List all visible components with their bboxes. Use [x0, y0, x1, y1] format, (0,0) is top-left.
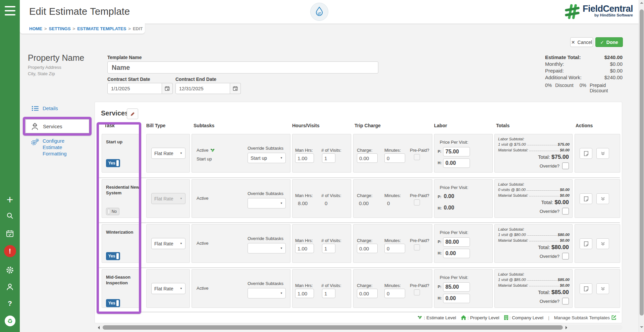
- task-toggle[interactable]: Yes: [106, 159, 120, 167]
- override-subtasks-label: Override Subtasks: [248, 236, 283, 241]
- breadcrumb-settings-link[interactable]: SETTINGS: [49, 26, 71, 31]
- services-edit-button[interactable]: [127, 108, 138, 119]
- override-checkbox[interactable]: [562, 162, 569, 169]
- vertical-scrollbar[interactable]: [639, 0, 644, 332]
- charge-input[interactable]: [357, 289, 378, 298]
- minutes-input[interactable]: [384, 153, 405, 163]
- search-icon[interactable]: [0, 210, 20, 222]
- property-name: Property Name: [28, 53, 84, 63]
- vertical-scrollbar-thumb[interactable]: [640, 9, 644, 316]
- override-checkbox[interactable]: [562, 253, 569, 259]
- note-button[interactable]: [580, 283, 592, 294]
- price-p-input[interactable]: [443, 147, 470, 156]
- bill-type-select[interactable]: Flat Rate▼: [151, 283, 185, 294]
- help-icon[interactable]: ?: [0, 297, 20, 310]
- visits-label: # of Visits:: [321, 193, 341, 198]
- note-icon: [583, 151, 589, 156]
- man-hrs-input[interactable]: [295, 153, 314, 163]
- prepaid-discount-pct: 0%: [580, 83, 586, 93]
- price-per-visit-label: Price Per Visit:: [440, 275, 468, 280]
- note-button[interactable]: [580, 148, 592, 159]
- legend-colon: :: [468, 315, 469, 320]
- note-button[interactable]: [580, 238, 592, 249]
- charge-input[interactable]: [357, 153, 378, 163]
- task-toggle[interactable]: Yes: [106, 299, 120, 307]
- visits-input[interactable]: [322, 289, 335, 298]
- override-checkbox[interactable]: [562, 298, 569, 304]
- x-icon: ✕: [571, 40, 575, 45]
- breadcrumb-home-link[interactable]: HOME: [29, 26, 42, 31]
- contract-end-calendar-button[interactable]: [230, 83, 241, 94]
- user-icon[interactable]: [0, 281, 20, 293]
- manage-subtask-templates-link[interactable]: Manage Subtask Templates: [554, 315, 616, 320]
- visits-input[interactable]: [322, 153, 335, 163]
- price-h-input[interactable]: [443, 294, 470, 303]
- man-hrs-input[interactable]: [295, 289, 314, 298]
- actions-cell: [575, 134, 620, 173]
- totals-cell: Labor Subtotal: 0 visits @ $0.00$0.00 Ma…: [494, 179, 573, 218]
- gear-icon[interactable]: [0, 264, 20, 276]
- material-subtotal-line: Material Subtotal:$0.00: [498, 283, 570, 287]
- calendar-icon[interactable]: [0, 227, 20, 239]
- price-p-label: P:: [438, 195, 441, 199]
- labor-subtotal-label: Labor Subtotal:: [498, 182, 524, 186]
- price-p-input[interactable]: [443, 237, 470, 247]
- visits-input[interactable]: [322, 244, 335, 253]
- override-subtasks-select[interactable]: ▼: [248, 243, 286, 253]
- charge-input[interactable]: [357, 244, 378, 253]
- expand-button[interactable]: [596, 193, 609, 204]
- material-subtotal-line: Material Subtotal:$0.00: [498, 238, 570, 242]
- override-subtasks-select[interactable]: ▼: [248, 288, 286, 298]
- prepaid-checkbox[interactable]: [414, 244, 420, 250]
- hamburger-menu-icon[interactable]: [0, 5, 20, 17]
- expand-button[interactable]: [596, 148, 609, 159]
- price-h-input[interactable]: [443, 249, 470, 258]
- done-button[interactable]: ✓ Done: [595, 37, 623, 47]
- sidebar-item-configure-formatting[interactable]: Configure Estimate Formatting: [30, 138, 85, 157]
- totals-cell: Labor Subtotal: 1 visit @ $80.00$80.00 M…: [494, 224, 573, 263]
- scroll-up-icon[interactable]: [640, 2, 643, 4]
- prepaid-checkbox[interactable]: [414, 199, 420, 205]
- man-hrs-input[interactable]: [295, 244, 314, 253]
- horizontal-scrollbar-thumb[interactable]: [103, 325, 563, 330]
- task-toggle[interactable]: No: [106, 208, 119, 215]
- override-subtasks-select[interactable]: ▼: [248, 198, 286, 208]
- charge-label: Charge:: [357, 193, 372, 198]
- hours-visits-cell: Man Hrs: # of Visits:: [292, 134, 351, 173]
- contract-start-calendar-button[interactable]: [162, 83, 173, 94]
- material-label: Material Subtotal:: [498, 283, 528, 287]
- scroll-left-icon[interactable]: [98, 326, 100, 329]
- note-button[interactable]: [580, 193, 592, 204]
- manage-subtask-templates-label: Manage Subtask Templates: [554, 315, 610, 320]
- contract-end-input[interactable]: [175, 83, 230, 94]
- template-name-input[interactable]: [107, 61, 378, 74]
- task-toggle[interactable]: Yes: [106, 252, 120, 260]
- override-subtasks-select[interactable]: Start up▼: [248, 153, 286, 163]
- scroll-down-icon[interactable]: [640, 326, 643, 328]
- expand-button[interactable]: [596, 283, 609, 294]
- water-drop-logo: [310, 3, 328, 21]
- sidebar-item-services[interactable]: Services: [25, 119, 89, 133]
- sidebar-item-details[interactable]: Details: [32, 105, 58, 111]
- bill-type-cell: Flat Rate▼: [146, 224, 190, 263]
- plus-icon[interactable]: +: [0, 193, 20, 205]
- alert-icon[interactable]: !: [0, 245, 20, 257]
- contract-start-input[interactable]: [107, 83, 162, 94]
- prepaid-checkbox[interactable]: [414, 289, 420, 295]
- bill-type-select[interactable]: Flat Rate▼: [151, 148, 185, 159]
- expand-button[interactable]: [596, 238, 609, 249]
- minutes-input[interactable]: [384, 244, 405, 253]
- price-p-value: 0.00: [444, 193, 454, 199]
- prepaid-checkbox[interactable]: [414, 154, 420, 160]
- visit-line-amount: $80.00: [558, 233, 570, 237]
- override-checkbox[interactable]: [562, 208, 569, 215]
- breadcrumb-estimate-templates-link[interactable]: ESTIMATE TEMPLATES: [77, 26, 126, 31]
- cancel-button[interactable]: ✕ Cancel: [570, 37, 593, 47]
- recycle-icon[interactable]: ♻: [0, 315, 20, 327]
- scroll-right-icon[interactable]: [566, 326, 567, 329]
- minutes-input[interactable]: [384, 289, 405, 298]
- horizontal-scrollbar[interactable]: [97, 325, 623, 330]
- price-p-input[interactable]: [443, 282, 470, 292]
- price-h-input[interactable]: [443, 158, 470, 168]
- bill-type-select[interactable]: Flat Rate▼: [151, 238, 185, 249]
